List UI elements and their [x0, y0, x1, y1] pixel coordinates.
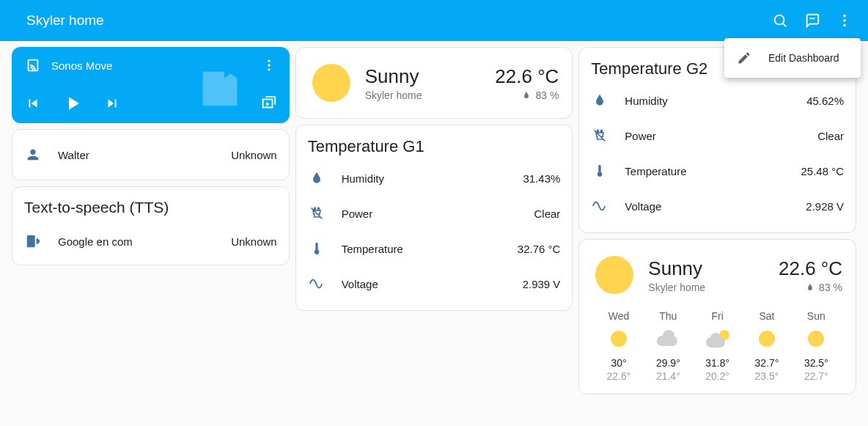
thermometer-icon [591, 162, 608, 180]
forecast-low: 20.2° [694, 370, 740, 382]
power-off-icon [308, 205, 326, 222]
forecast-low: 23.5° [743, 370, 790, 382]
column-3: Temperature G2 Humidity 45.62% Power Cle… [578, 47, 856, 394]
g2-temp-label: Temperature [625, 165, 784, 177]
g1-humidity-row[interactable]: Humidity 31.43% [308, 164, 561, 193]
forecast-high: 30° [595, 357, 641, 369]
sine-wave-icon [591, 197, 608, 215]
g2-humidity-label: Humidity [625, 95, 790, 107]
forecast-low: 21.4° [645, 370, 691, 382]
chat-icon[interactable] [803, 12, 821, 29]
g1-voltage-row[interactable]: Voltage 2.939 V [308, 269, 561, 298]
weather2-humidity: 83 % [819, 282, 842, 293]
forecast-day: Fri31.8°20.2° [694, 310, 740, 382]
app-header: Skyler home [0, 0, 868, 41]
svg-line-1 [783, 23, 786, 26]
edit-dashboard-item[interactable]: Edit Dashboard [724, 43, 861, 73]
sun-icon [808, 331, 824, 347]
svg-point-8 [268, 68, 270, 70]
forecast-day: Thu29.9°21.4° [645, 310, 691, 382]
forecast-day: Wed30°22.6° [595, 310, 641, 382]
person-icon [24, 146, 42, 164]
forecast-high: 32.5° [793, 357, 839, 369]
forecast-row: Wed30°22.6°Thu29.9°21.4°Fri31.8°20.2°Sat… [591, 310, 844, 382]
g2-humidity-row[interactable]: Humidity 45.62% [591, 86, 844, 115]
sun-icon [595, 256, 633, 294]
cast-icon [25, 57, 41, 73]
forecast-day-name: Thu [645, 310, 691, 322]
weather2-location: Skyler home [648, 282, 764, 293]
sun-icon [611, 331, 627, 347]
edit-dashboard-label: Edit Dashboard [768, 52, 839, 64]
cloud-icon [657, 331, 679, 346]
g2-humidity-value: 45.62% [806, 95, 844, 107]
browse-media-icon[interactable] [260, 95, 276, 111]
g1-humidity-label: Humidity [342, 172, 507, 185]
g1-temp-value: 32.76 °C [518, 243, 561, 255]
media-player-card[interactable]: Sonos Move [12, 47, 290, 123]
weather-humidity: 83 % [535, 89, 559, 101]
more-icon[interactable] [836, 12, 853, 29]
g1-power-row[interactable]: Power Clear [308, 199, 561, 228]
weather-state: Sunny [365, 65, 481, 88]
sun-icon [312, 64, 350, 102]
forecast-high: 29.9° [645, 357, 691, 369]
tts-icon [24, 232, 42, 250]
media-more-icon[interactable] [262, 58, 276, 73]
svg-point-5 [843, 24, 846, 27]
weather-location: Skyler home [365, 89, 481, 101]
g2-power-row[interactable]: Power Clear [591, 121, 844, 150]
header-actions [771, 12, 853, 29]
overflow-menu: Edit Dashboard [724, 38, 861, 78]
forecast-low: 22.6° [595, 370, 641, 382]
svg-point-6 [268, 60, 270, 62]
thermometer-icon [308, 240, 326, 257]
forecast-high: 31.8° [694, 357, 740, 369]
search-icon[interactable] [771, 12, 789, 29]
skip-previous-icon[interactable] [25, 95, 41, 111]
forecast-day-name: Wed [595, 310, 641, 322]
tts-card: Text-to-speech (TTS) Google en com Unkno… [12, 186, 290, 265]
play-icon[interactable] [62, 92, 84, 114]
weather-card-1[interactable]: Sunny Skyler home 22.6 °C 83 % [295, 47, 573, 119]
g2-volt-value: 2.928 V [806, 200, 844, 213]
g1-title: Temperature G1 [308, 137, 561, 156]
humidity-icon [591, 92, 608, 109]
g2-temp-value: 25.48 °C [801, 165, 844, 177]
weather-temp: 22.6 °C [495, 65, 559, 88]
skip-next-icon[interactable] [104, 95, 120, 111]
pencil-icon [736, 50, 752, 66]
forecast-high: 32.7° [743, 357, 790, 369]
g1-volt-value: 2.939 V [523, 278, 561, 290]
forecast-day: Sun32.5°22.7° [793, 310, 839, 382]
weather-forecast-card[interactable]: Sunny Skyler home 22.6 °C 83 % Wed30°22.… [578, 239, 856, 394]
app-title: Skyler home [26, 12, 771, 29]
tts-state: Unknown [231, 235, 277, 248]
g2-power-value: Clear [817, 130, 844, 142]
g2-temperature-row[interactable]: Temperature 25.48 °C [591, 156, 844, 186]
person-card[interactable]: Walter Unknown [12, 129, 290, 180]
forecast-day-name: Sun [793, 310, 839, 322]
g1-power-label: Power [342, 208, 518, 220]
svg-point-7 [268, 64, 270, 66]
g1-temp-label: Temperature [342, 243, 501, 255]
g1-temperature-row[interactable]: Temperature 32.76 °C [308, 234, 561, 263]
svg-point-4 [843, 19, 846, 22]
media-title: Sonos Move [51, 59, 112, 72]
svg-point-0 [775, 15, 784, 25]
column-1: Sonos Move [12, 47, 290, 394]
weather2-state: Sunny [648, 257, 764, 280]
g2-voltage-row[interactable]: Voltage 2.928 V [591, 191, 844, 221]
tts-row[interactable]: Google en com Unknown [24, 227, 277, 256]
g1-volt-label: Voltage [342, 278, 507, 290]
forecast-day-name: Fri [694, 310, 740, 322]
forecast-day-name: Sat [743, 310, 790, 322]
g2-power-label: Power [625, 130, 801, 142]
humidity-drop-icon [522, 91, 531, 100]
power-off-icon [591, 127, 608, 144]
sun-icon [759, 331, 775, 347]
forecast-day: Sat32.7°23.5° [743, 310, 790, 382]
column-2: Sunny Skyler home 22.6 °C 83 % Temperatu… [295, 47, 573, 394]
partly-cloudy-icon [706, 330, 729, 348]
humidity-icon [308, 169, 326, 187]
